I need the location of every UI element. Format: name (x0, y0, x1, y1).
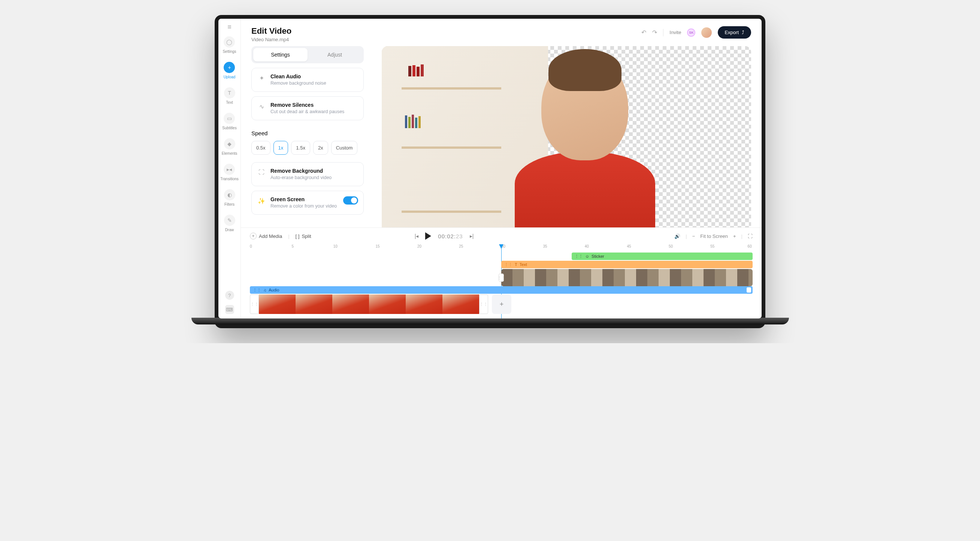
volume-icon[interactable]: 🔊 (674, 234, 680, 239)
green-screen-toggle[interactable] (343, 196, 358, 205)
track-label: Sticker (592, 254, 604, 258)
add-media-button[interactable]: + Add Media (250, 233, 282, 239)
elements-icon: ◆ (224, 138, 235, 150)
speed-0-5x[interactable]: 0.5x (251, 141, 270, 155)
ruler-tick: 40 (585, 244, 589, 248)
sidebar-item-elements[interactable]: ◆ Elements (222, 138, 237, 156)
speed-2x[interactable]: 2x (313, 141, 328, 155)
split-label: Split (302, 234, 311, 239)
panel-tabs: Settings Adjust (251, 46, 364, 63)
export-label: Export (724, 30, 739, 35)
card-clean-audio[interactable]: ✦ Clean Audio Remove background noise (251, 68, 364, 92)
text-icon: T (224, 87, 235, 99)
card-desc: Remove background noise (270, 81, 326, 86)
track-video-clip[interactable]: ⋮⋮ (501, 269, 752, 286)
card-remove-background[interactable]: ⛶ Remove Background Auto-erase backgroun… (251, 162, 364, 186)
export-button[interactable]: Export ⤴ (718, 26, 751, 38)
separator (663, 29, 663, 37)
separator: | (741, 234, 743, 239)
sidebar-item-text[interactable]: T Text (224, 87, 235, 105)
skip-forward-icon[interactable]: ▸| (470, 233, 474, 239)
ruler-tick: 25 (459, 244, 463, 248)
clip-handle[interactable]: ⋮⋮ (499, 274, 504, 282)
sidebar-item-settings[interactable]: ◯ Settings (223, 37, 236, 54)
clip-end-handle[interactable] (747, 287, 751, 293)
video-thumbnail (369, 294, 406, 314)
split-button[interactable]: [ ] Split (296, 234, 311, 239)
settings-panel: Settings Adjust ✦ Clean Audio Remove bac… (251, 46, 364, 219)
track-audio[interactable]: ⋮⋮ ♫ Audio (250, 286, 752, 294)
ruler-tick: 10 (333, 244, 337, 248)
speed-1x[interactable]: 1x (274, 141, 288, 155)
card-desc: Cut out dead air & awkward pauses (270, 109, 344, 114)
page-title: Edit Video (251, 26, 291, 36)
sidebar-item-transitions[interactable]: ▸◂ Transitions (220, 164, 239, 181)
speed-label: Speed (251, 130, 364, 136)
play-button[interactable] (425, 232, 431, 240)
audio-icon: ♫ (263, 288, 266, 292)
fullscreen-icon[interactable]: ⛶ (748, 234, 752, 239)
tab-adjust[interactable]: Adjust (307, 48, 362, 62)
video-thumbnail (259, 294, 296, 314)
ruler-tick: 55 (710, 244, 714, 248)
sidebar-item-draw[interactable]: ✎ Draw (224, 215, 235, 232)
sidebar-item-upload[interactable]: + Upload (224, 62, 235, 79)
card-title: Remove Background (270, 168, 331, 174)
sidebar-item-filters[interactable]: ◐ Filters (224, 189, 235, 207)
separator: | (288, 234, 289, 239)
drag-handle-icon[interactable]: ⋮⋮ (504, 262, 512, 267)
time-main: 00:02: (438, 233, 456, 239)
track-main-video[interactable]: ⋮⋮ ⋮⋮ + (250, 294, 752, 314)
sidebar-item-subtitles[interactable]: ▭ Subtitles (222, 113, 236, 130)
sidebar-label: Upload (224, 75, 235, 79)
help-icon[interactable]: ? (225, 291, 234, 300)
text-icon: T (515, 262, 517, 267)
video-thumbnail (332, 294, 369, 314)
hamburger-icon[interactable]: ≡ (228, 23, 232, 31)
zoom-in-icon[interactable]: + (733, 234, 736, 239)
add-media-label: Add Media (259, 234, 282, 239)
speed-options: 0.5x 1x 1.5x 2x Custom (251, 141, 364, 155)
preview-person (515, 55, 655, 228)
ruler-tick: 60 (748, 244, 752, 248)
track-text[interactable]: ⋮⋮ T Text (501, 261, 752, 268)
waveform-icon: ∿ (257, 102, 266, 111)
time-ms: 23 (456, 233, 463, 239)
collaborator-avatar[interactable]: SK (687, 29, 695, 37)
sidebar-label: Settings (223, 49, 236, 54)
card-green-screen[interactable]: ✨ Green Screen Remove a color from your … (251, 191, 364, 215)
invite-label[interactable]: Invite (670, 30, 681, 35)
track-label: Audio (269, 288, 279, 292)
zoom-out-icon[interactable]: − (692, 234, 695, 239)
card-title: Remove Silences (270, 102, 344, 108)
redo-icon[interactable]: ↷ (652, 29, 657, 36)
skip-back-icon[interactable]: |◂ (415, 233, 419, 239)
ruler-tick: 45 (627, 244, 631, 248)
card-remove-silences[interactable]: ∿ Remove Silences Cut out dead air & awk… (251, 96, 364, 120)
speed-custom[interactable]: Custom (331, 141, 358, 155)
drag-handle-icon[interactable]: ⋮⋮ (253, 288, 261, 293)
ruler-tick: 0 (250, 244, 252, 248)
file-name: Video Name.mp4 (251, 37, 291, 42)
sticker-icon: ☺ (585, 254, 589, 258)
timeline-ruler[interactable]: 0 5 10 15 20 25 30 35 40 45 50 55 60 (250, 244, 752, 253)
keyboard-icon[interactable]: ⌨ (225, 305, 234, 314)
transitions-icon: ▸◂ (224, 164, 235, 175)
filters-icon: ◐ (224, 189, 235, 200)
sparkle-icon: ✦ (257, 73, 266, 83)
subtitles-icon: ▭ (224, 113, 235, 124)
fit-to-screen[interactable]: Fit to Screen (700, 234, 728, 239)
drag-handle-icon[interactable]: ⋮⋮ (575, 254, 583, 259)
card-desc: Remove a color from your video (270, 204, 337, 209)
tab-settings[interactable]: Settings (253, 48, 307, 62)
video-preview[interactable] (382, 46, 751, 228)
clip-handle[interactable]: ⋮⋮ (250, 294, 259, 314)
upload-icon: + (224, 62, 235, 73)
add-clip-button[interactable]: + (492, 294, 511, 314)
user-avatar[interactable] (701, 27, 712, 38)
speed-1-5x[interactable]: 1.5x (291, 141, 310, 155)
clip-handle[interactable]: ⋮⋮ (479, 294, 488, 314)
track-sticker[interactable]: ⋮⋮ ☺ Sticker (572, 253, 752, 260)
undo-icon[interactable]: ↶ (641, 29, 646, 36)
header: Edit Video Video Name.mp4 ↶ ↷ Invite SK … (241, 19, 762, 46)
